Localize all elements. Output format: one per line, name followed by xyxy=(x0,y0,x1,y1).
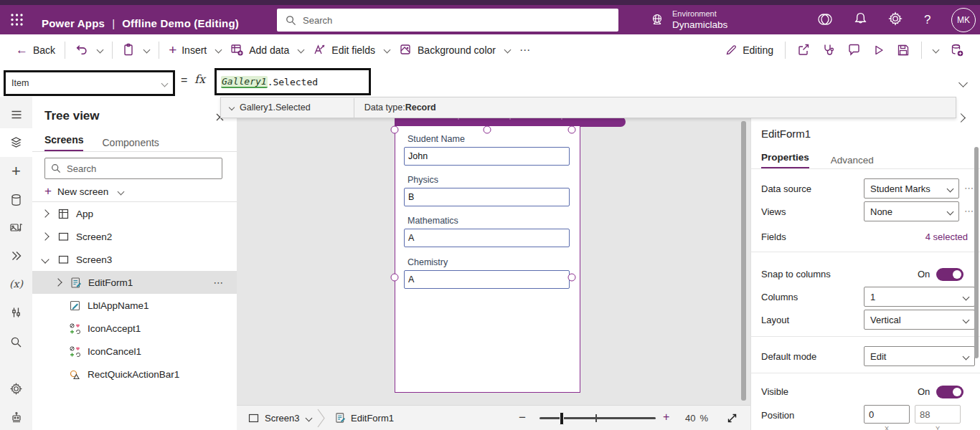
variables-icon[interactable]: (x) xyxy=(0,272,32,296)
field-input-chemistry[interactable] xyxy=(404,270,570,289)
fields-selected-link[interactable]: 4 selected xyxy=(925,231,968,242)
formula-input[interactable]: Gallery1.Selected xyxy=(217,70,369,93)
help-icon[interactable]: ? xyxy=(924,13,930,27)
undo-button[interactable] xyxy=(75,43,88,57)
zoom-in-button[interactable]: + xyxy=(663,411,669,424)
environment-label: Environment xyxy=(672,9,727,19)
canvas-area[interactable]: Student Name Physics Mathematics Chemist… xyxy=(237,97,750,405)
tree-item-rectquickactionbar1[interactable]: RectQuickActionBar1 xyxy=(32,363,237,386)
tree-item-lblappname1[interactable]: LblAppName1 xyxy=(32,294,237,317)
selection-handle[interactable] xyxy=(568,126,576,134)
search-rail-icon[interactable] xyxy=(0,330,32,354)
formula-bar: Item = fx Gallery1.Selected xyxy=(0,66,980,97)
tree-view-icon[interactable] xyxy=(0,128,32,157)
data-source-select[interactable]: Student Marks xyxy=(864,178,959,199)
tree-item-iconaccept1[interactable]: IconAccept1 xyxy=(32,317,237,340)
back-button[interactable]: ←Back xyxy=(16,43,55,57)
columns-select[interactable]: 1 xyxy=(864,287,975,307)
tree-item-editform1[interactable]: EditForm1 ⋯ xyxy=(32,271,237,294)
overflow-button[interactable]: ⋯ xyxy=(519,44,530,57)
field-input-physics[interactable] xyxy=(404,188,570,206)
chevron-right-icon[interactable] xyxy=(41,232,49,240)
global-search-input[interactable]: Search xyxy=(277,9,618,32)
selection-handle[interactable] xyxy=(484,126,491,134)
zoom-slider-track[interactable] xyxy=(540,417,656,419)
edit-form-control[interactable]: Student Name Physics Mathematics Chemist… xyxy=(395,126,580,393)
insert-button[interactable]: +Insert xyxy=(169,42,221,58)
views-select[interactable]: None xyxy=(864,201,959,221)
background-color-label: Background color xyxy=(418,44,496,56)
ai-bot-icon[interactable] xyxy=(0,405,32,429)
tab-screens[interactable]: Screens xyxy=(44,134,83,151)
power-automate-icon[interactable] xyxy=(0,244,32,268)
position-x-input[interactable] xyxy=(864,405,910,424)
undo-menu-button[interactable] xyxy=(98,47,103,52)
avatar[interactable]: MK xyxy=(951,8,976,32)
media-icon[interactable] xyxy=(0,216,32,240)
collapse-nav-icon[interactable] xyxy=(0,102,32,127)
tree-item-screen2[interactable]: Screen2 xyxy=(32,225,237,248)
visible-toggle[interactable] xyxy=(936,386,963,398)
rect-quick-action-bar[interactable] xyxy=(395,117,626,127)
selection-handle[interactable] xyxy=(568,274,576,282)
tree-search-input[interactable]: Search xyxy=(44,158,222,179)
environment-picker[interactable]: Environment Dynamiclabs xyxy=(649,9,727,32)
formula-bar-expand-button[interactable] xyxy=(960,76,966,89)
waffle-icon[interactable] xyxy=(9,12,24,27)
property-selector[interactable]: Item xyxy=(6,72,173,94)
save-button[interactable] xyxy=(897,44,910,57)
editing-mode-button[interactable]: Editing xyxy=(725,44,773,56)
views-more-button[interactable]: ⋯ xyxy=(964,206,974,216)
app-checker-button[interactable] xyxy=(822,43,836,57)
tree-item-app[interactable]: App xyxy=(32,202,237,225)
chevron-right-icon[interactable] xyxy=(41,209,49,217)
chevron-down-icon xyxy=(963,353,970,360)
layout-select[interactable]: Vertical xyxy=(864,310,975,330)
settings-icon[interactable] xyxy=(887,11,903,27)
share-button[interactable] xyxy=(797,43,811,57)
zoom-slider-handle[interactable] xyxy=(560,412,564,425)
background-color-button[interactable]: Background color xyxy=(399,43,510,57)
save-menu-button[interactable] xyxy=(933,47,938,52)
field-input-student-name[interactable] xyxy=(404,147,570,166)
intellisense-item[interactable]: Gallery1.Selected xyxy=(240,102,311,113)
tree-item-screen3[interactable]: Screen3 xyxy=(32,248,237,271)
selection-handle[interactable] xyxy=(391,126,399,134)
canvas-scrollbar[interactable] xyxy=(741,121,746,401)
zoom-out-button[interactable]: − xyxy=(519,411,526,425)
paste-button[interactable] xyxy=(122,43,135,57)
preview-button[interactable] xyxy=(872,44,885,57)
chevron-down-icon[interactable] xyxy=(41,255,49,263)
breadcrumb-control[interactable]: EditForm1 xyxy=(334,406,394,430)
edit-fields-button[interactable]: Edit fields xyxy=(313,43,390,57)
tab-properties[interactable]: Properties xyxy=(761,152,809,168)
notifications-icon[interactable] xyxy=(853,11,868,27)
tab-advanced[interactable]: Advanced xyxy=(831,155,874,166)
add-data-button[interactable]: Add data xyxy=(230,43,303,57)
insert-icon[interactable]: + xyxy=(0,159,32,183)
collapse-panel-button[interactable] xyxy=(958,111,964,124)
copilot-icon[interactable] xyxy=(816,11,834,28)
controls-icon[interactable] xyxy=(0,300,32,325)
new-screen-button[interactable]: + New screen xyxy=(44,184,123,199)
selection-handle[interactable] xyxy=(391,274,399,282)
panel-scrollbar[interactable] xyxy=(974,147,979,358)
chevron-right-icon[interactable] xyxy=(54,278,62,286)
fullscreen-icon[interactable] xyxy=(726,412,738,424)
snap-to-columns-toggle[interactable] xyxy=(936,268,963,281)
left-rail: + (x) xyxy=(0,97,33,430)
data-icon[interactable] xyxy=(0,188,32,212)
default-mode-select[interactable]: Edit xyxy=(864,346,975,366)
selected-control-name: EditForm1 xyxy=(761,128,811,140)
position-y-input[interactable] xyxy=(915,405,961,424)
tree-item-iconcancel1[interactable]: IconCancel1 xyxy=(32,340,237,363)
rail-settings-icon[interactable] xyxy=(0,376,32,401)
field-input-mathematics[interactable] xyxy=(404,229,570,247)
comments-button[interactable] xyxy=(847,43,861,57)
item-overflow-button[interactable]: ⋯ xyxy=(214,277,225,288)
paste-menu-button[interactable] xyxy=(144,47,149,52)
data-source-more-button[interactable]: ⋯ xyxy=(964,183,974,194)
screen-selector[interactable]: Screen3 xyxy=(248,406,311,430)
tab-components[interactable]: Components xyxy=(102,137,159,148)
publish-button[interactable] xyxy=(950,43,964,57)
